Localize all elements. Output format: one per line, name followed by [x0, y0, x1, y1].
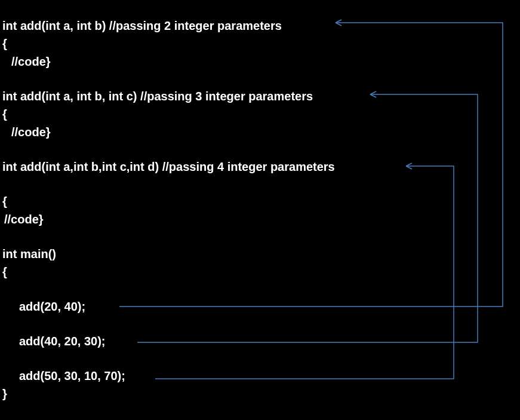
- main-close-brace: }: [2, 385, 520, 403]
- func3-body: //code}: [2, 210, 520, 228]
- func1-open-brace: {: [2, 35, 520, 53]
- func2-signature: int add(int a, int b, int c) //passing 3…: [2, 87, 520, 105]
- blank-line: [2, 141, 520, 158]
- blank-line: [2, 350, 520, 367]
- func2-body: //code}: [2, 123, 520, 141]
- blank-line: [2, 281, 520, 298]
- func2-open-brace: {: [2, 105, 520, 123]
- func1-signature: int add(int a, int b) //passing 2 intege…: [2, 17, 520, 35]
- main-call2: add(40, 20, 30);: [2, 332, 520, 350]
- main-call1: add(20, 40);: [2, 298, 520, 315]
- main-open-brace: {: [2, 263, 520, 281]
- blank-line: [2, 315, 520, 332]
- func1-body: //code}: [2, 53, 520, 70]
- blank-line: [2, 70, 520, 87]
- blank-line: [2, 228, 520, 245]
- main-signature: int main(): [2, 245, 520, 263]
- blank-line: [2, 176, 520, 192]
- code-block: int add(int a, int b) //passing 2 intege…: [0, 0, 520, 403]
- func3-open-brace: {: [2, 192, 520, 210]
- main-call3: add(50, 30, 10, 70);: [2, 367, 520, 385]
- func3-signature: int add(int a,int b,int c,int d) //passi…: [2, 158, 520, 176]
